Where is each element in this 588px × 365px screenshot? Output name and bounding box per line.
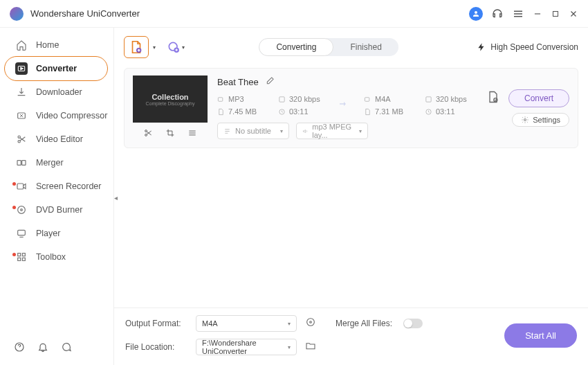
svg-rect-36 xyxy=(426,96,431,101)
sidebar: Home Converter Downloader Video Compress… xyxy=(0,28,114,365)
sidebar-item-dvd[interactable]: DVD Burner xyxy=(0,198,113,222)
help-icon[interactable] xyxy=(14,341,25,355)
converter-icon xyxy=(15,62,28,75)
sidebar-item-label: Video Compressor xyxy=(36,111,107,121)
sidebar-item-downloader[interactable]: Downloader xyxy=(0,80,113,104)
high-speed-label: High Speed Conversion xyxy=(490,42,578,52)
collapse-sidebar-icon[interactable]: ◂ xyxy=(114,194,118,202)
svg-rect-32 xyxy=(218,97,222,101)
svg-rect-20 xyxy=(22,253,25,256)
menu-icon[interactable] xyxy=(512,8,524,20)
svg-point-41 xyxy=(310,321,312,323)
audio-icon xyxy=(302,127,308,135)
bitrate-icon xyxy=(425,96,432,103)
clock-icon xyxy=(425,108,432,116)
clock-icon xyxy=(278,108,286,116)
trim-icon[interactable] xyxy=(143,128,153,141)
close-button[interactable] xyxy=(569,9,578,19)
svg-marker-8 xyxy=(21,67,23,70)
tab-switch: Converting Finished xyxy=(259,38,398,56)
record-icon xyxy=(15,180,28,193)
scissors-icon xyxy=(15,133,28,145)
svg-rect-33 xyxy=(279,96,284,101)
svg-point-10 xyxy=(18,136,20,138)
sidebar-item-label: Player xyxy=(36,229,60,238)
file-title: Beat Thee xyxy=(217,77,259,87)
add-file-button[interactable] xyxy=(124,36,149,58)
merge-label: Merge All Files: xyxy=(336,319,392,328)
sidebar-item-toolbox[interactable]: Toolbox xyxy=(0,245,113,269)
add-url-dropdown-caret[interactable]: ▾ xyxy=(182,44,185,51)
edit-title-icon[interactable] xyxy=(266,75,275,88)
support-icon[interactable] xyxy=(491,8,504,20)
subtitle-dropdown[interactable]: No subtitle ▾ xyxy=(217,123,289,139)
notification-dot xyxy=(12,206,16,209)
settings-button[interactable]: Settings xyxy=(512,113,569,127)
sidebar-item-editor[interactable]: Video Editor xyxy=(0,127,113,151)
thumb-text: Collection xyxy=(151,93,188,101)
svg-point-16 xyxy=(21,209,23,211)
sidebar-item-label: Downloader xyxy=(36,87,82,97)
format-settings-icon[interactable] xyxy=(305,317,316,330)
svg-point-39 xyxy=(524,119,526,121)
home-icon xyxy=(15,39,28,51)
sidebar-item-converter[interactable]: Converter xyxy=(0,57,113,80)
source-meta: MP3 320 kbps 7.45 MB 03:11 xyxy=(217,95,324,116)
open-folder-icon[interactable] xyxy=(305,340,316,354)
file-thumbnail[interactable]: Collection Complete Discography xyxy=(133,75,208,123)
svg-rect-19 xyxy=(18,253,21,256)
svg-point-40 xyxy=(307,319,315,326)
effects-icon[interactable] xyxy=(187,128,197,141)
svg-rect-4 xyxy=(553,11,558,16)
compress-icon xyxy=(15,109,28,122)
app-title: Wondershare UniConverter xyxy=(30,8,469,19)
sidebar-item-label: Toolbox xyxy=(36,252,66,262)
minimize-button[interactable] xyxy=(533,9,542,19)
titlebar: Wondershare UniConverter xyxy=(0,0,588,28)
content-area: ▾ ▾ Converting Finished High Speed Conve… xyxy=(114,28,588,365)
sidebar-item-label: Screen Recorder xyxy=(36,181,102,191)
video-icon xyxy=(364,96,371,103)
sidebar-item-merger[interactable]: Merger xyxy=(0,151,113,175)
bell-icon[interactable] xyxy=(37,341,48,355)
sidebar-item-home[interactable]: Home xyxy=(0,33,113,57)
feedback-icon[interactable] xyxy=(61,341,72,355)
thumb-subtext: Complete Discography xyxy=(146,101,195,106)
svg-point-28 xyxy=(145,134,147,136)
file-location-select[interactable]: F:\Wondershare UniConverter▾ xyxy=(196,339,297,355)
high-speed-toggle[interactable]: High Speed Conversion xyxy=(477,42,578,52)
audio-track-dropdown[interactable]: mp3 MPEG lay... ▾ xyxy=(296,123,368,139)
file-icon xyxy=(364,108,371,116)
sidebar-item-label: Video Editor xyxy=(36,134,83,144)
user-account-icon[interactable] xyxy=(469,7,483,21)
footer: Output Format: M4A▾ Merge All Files: Fil… xyxy=(114,308,588,365)
svg-rect-21 xyxy=(18,258,21,260)
output-format-select[interactable]: M4A▾ xyxy=(196,315,297,332)
sidebar-item-player[interactable]: Player xyxy=(0,222,113,245)
svg-rect-22 xyxy=(22,258,25,260)
tab-finished[interactable]: Finished xyxy=(333,38,398,56)
sidebar-item-compressor[interactable]: Video Compressor xyxy=(0,104,113,127)
sidebar-item-label: Home xyxy=(36,40,59,50)
crop-icon[interactable] xyxy=(165,128,175,141)
sidebar-item-label: Merger xyxy=(36,158,64,168)
file-icon xyxy=(217,108,225,116)
play-icon xyxy=(15,227,28,240)
merge-toggle[interactable] xyxy=(403,319,423,328)
add-url-button[interactable] xyxy=(165,39,182,55)
svg-point-11 xyxy=(18,141,20,143)
output-format-icon[interactable] xyxy=(486,90,500,107)
convert-button[interactable]: Convert xyxy=(508,89,569,107)
merge-icon xyxy=(15,157,28,169)
add-file-dropdown-caret[interactable]: ▾ xyxy=(153,44,156,51)
start-all-button[interactable]: Start All xyxy=(504,323,577,348)
subtitle-icon xyxy=(223,127,231,135)
tab-converting[interactable]: Converting xyxy=(259,38,333,56)
download-icon xyxy=(15,86,28,98)
gear-icon xyxy=(521,116,529,124)
maximize-button[interactable] xyxy=(551,9,560,19)
notification-dot xyxy=(12,182,16,186)
svg-point-27 xyxy=(145,130,147,132)
bolt-icon xyxy=(477,42,486,52)
sidebar-item-recorder[interactable]: Screen Recorder xyxy=(0,175,113,198)
